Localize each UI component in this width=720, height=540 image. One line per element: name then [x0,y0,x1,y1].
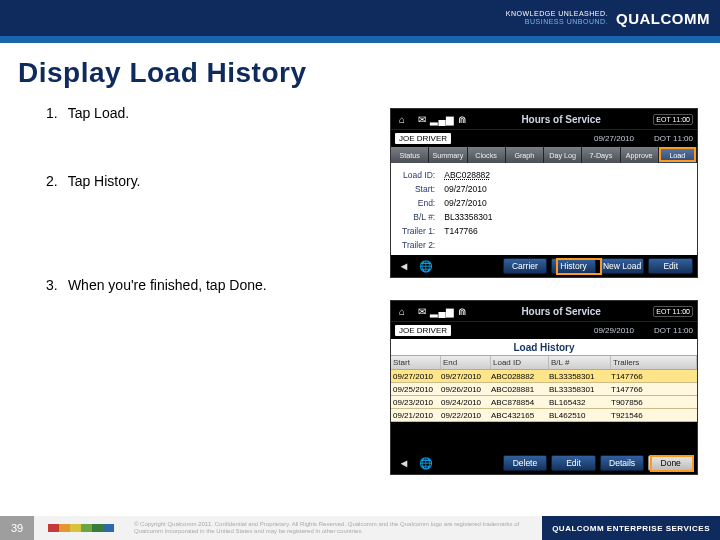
load-history-rows: 09/27/2010 09/27/2010 ABC028882 BL333583… [391,370,697,422]
value-loadid: ABC028882 [441,169,495,181]
brand-logo: QUALCOMM [616,10,710,27]
tab-approve[interactable]: Approve [621,147,659,163]
cell-bl: BL165432 [549,398,611,407]
cell-id: ABC432165 [491,411,549,420]
slide-title: Display Load History [0,43,720,93]
cell-end: 09/27/2010 [441,372,491,381]
value-trailer1: T147766 [441,225,495,237]
signal-icon: ▂▄▆ [435,304,449,318]
chip [70,524,81,532]
qes-badge: QUALCOMM ENTERPRISE SERVICES [542,516,720,540]
chip [103,524,114,532]
signal-icon: ▂▄▆ [435,112,449,126]
load-history-title: Load History [391,339,697,355]
tagline: KNOWLEDGE UNLEASHED. BUSINESS UNBOUND. [506,10,608,27]
value-end: 09/27/2010 [441,197,495,209]
details-button[interactable]: Details [600,455,645,471]
cell-end: 09/26/2010 [441,385,491,394]
table-row[interactable]: 09/27/2010 09/27/2010 ABC028882 BL333583… [391,370,697,383]
tagline-line2: BUSINESS UNBOUND. [506,18,608,26]
home-icon[interactable]: ⌂ [395,112,409,126]
cell-bl: BL33358301 [549,385,611,394]
tagline-line1: KNOWLEDGE UNLEASHED. [506,10,608,18]
driver-field[interactable]: JOE DRIVER [395,133,451,144]
cell-bl: BL33358301 [549,372,611,381]
value-bl: BL33358301 [441,211,495,223]
tab-status[interactable]: Status [391,147,429,163]
cell-tr: T907856 [611,398,697,407]
history-button[interactable]: History [551,258,596,274]
date-label: 09/27/2010 [594,134,634,143]
device-statusbar: ⌂ ✉ ▂▄▆ ⋒ Hours of Service EOT 11:00 [391,301,697,321]
device-screenshot-load: ⌂ ✉ ▂▄▆ ⋒ Hours of Service EOT 11:00 JOE… [390,108,698,278]
device-bottombar-1: ◄ 🌐 Carrier History New Load Edit [391,255,697,277]
cell-id: ABC028881 [491,385,549,394]
wifi-icon: ⋒ [455,304,469,318]
mail-icon[interactable]: ✉ [415,112,429,126]
col-trailers: Trailers [611,356,697,369]
hos-label: Hours of Service [521,306,600,317]
chip [48,524,59,532]
col-start: Start [391,356,441,369]
tab-7days[interactable]: 7-Days [582,147,620,163]
cell-end: 09/22/2010 [441,411,491,420]
step-text: Tap History. [68,173,141,189]
home-icon[interactable]: ⌂ [395,304,409,318]
cell-start: 09/21/2010 [391,411,441,420]
table-row[interactable]: 09/23/2010 09/24/2010 ABC878854 BL165432… [391,396,697,409]
globe-icon[interactable]: 🌐 [417,260,435,273]
cell-start: 09/23/2010 [391,398,441,407]
slide-footer: 39 © Copyright Qualcomm 2011. Confidenti… [0,516,720,540]
tab-load[interactable]: Load [659,147,697,163]
cell-id: ABC028882 [491,372,549,381]
page-number: 39 [0,516,34,540]
step-number: 2. [46,173,64,189]
tab-graph[interactable]: Graph [506,147,544,163]
cell-end: 09/24/2010 [441,398,491,407]
newload-button[interactable]: New Load [600,258,645,274]
table-row[interactable]: 09/21/2010 09/22/2010 ABC432165 BL462510… [391,409,697,422]
edit-button[interactable]: Edit [648,258,693,274]
device-inforow: JOE DRIVER 09/27/2010 DOT 11:00 [391,129,697,147]
eot-badge: EOT 11:00 [653,114,693,125]
delete-button[interactable]: Delete [503,455,548,471]
back-icon[interactable]: ◄ [395,260,413,272]
col-end: End [441,356,491,369]
copyright-text: © Copyright Qualcomm 2011. Confidential … [134,521,542,534]
label-loadid: Load ID: [399,169,439,181]
accent-bar [0,36,720,43]
tab-daylog[interactable]: Day Log [544,147,582,163]
step-number: 1. [46,105,64,121]
col-bl: B/L # [549,356,611,369]
step-text: Tap Load. [68,105,130,121]
tab-summary[interactable]: Summary [429,147,467,163]
cell-bl: BL462510 [549,411,611,420]
chip [92,524,103,532]
device-bottombar-2: ◄ 🌐 Delete Edit Details Done [391,452,697,474]
globe-icon[interactable]: 🌐 [417,457,435,470]
color-chips [48,524,114,532]
table-row[interactable]: 09/25/2010 09/26/2010 ABC028881 BL333583… [391,383,697,396]
device-tabs: Status Summary Clocks Graph Day Log 7-Da… [391,147,697,163]
driver-field[interactable]: JOE DRIVER [395,325,451,336]
label-bl: B/L #: [399,211,439,223]
cell-tr: T147766 [611,372,697,381]
done-button[interactable]: Done [648,455,693,471]
step-text: When you're finished, tap Done. [68,277,267,293]
hos-label: Hours of Service [521,114,600,125]
cell-tr: T147766 [611,385,697,394]
back-icon[interactable]: ◄ [395,457,413,469]
device-screenshot-history: ⌂ ✉ ▂▄▆ ⋒ Hours of Service EOT 11:00 JOE… [390,300,698,475]
edit-button[interactable]: Edit [551,455,596,471]
label-start: Start: [399,183,439,195]
cell-tr: T921546 [611,411,697,420]
carrier-button[interactable]: Carrier [503,258,548,274]
chip [59,524,70,532]
dot-label: DOT 11:00 [654,326,693,335]
label-trailer1: Trailer 1: [399,225,439,237]
cell-start: 09/27/2010 [391,372,441,381]
mail-icon[interactable]: ✉ [415,304,429,318]
device-statusbar: ⌂ ✉ ▂▄▆ ⋒ Hours of Service EOT 11:00 [391,109,697,129]
tab-clocks[interactable]: Clocks [468,147,506,163]
date-label: 09/29/2010 [594,326,634,335]
